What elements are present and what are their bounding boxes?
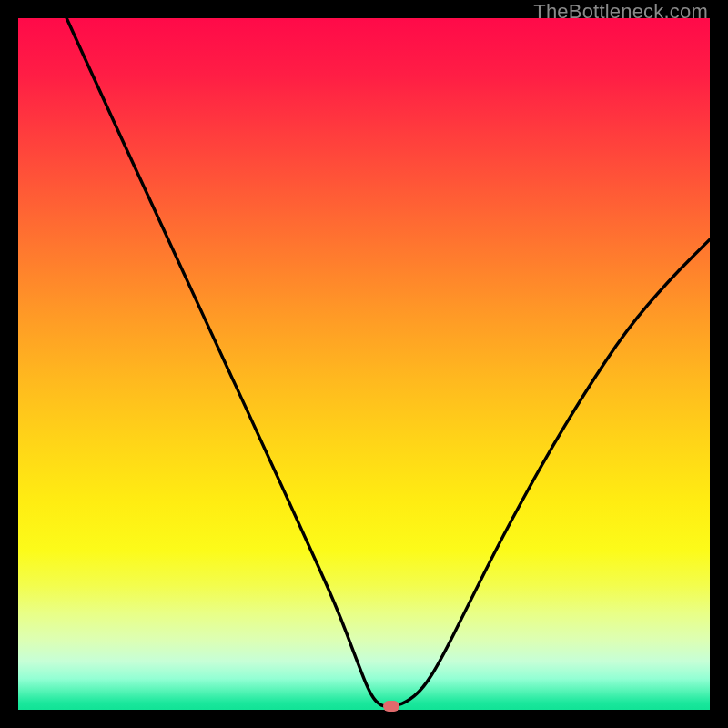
watermark-text: TheBottleneck.com xyxy=(533,0,708,24)
bottleneck-curve xyxy=(66,18,710,706)
curve-svg xyxy=(18,18,710,710)
plot-area xyxy=(18,18,710,710)
optimal-point-marker xyxy=(383,701,399,712)
chart-frame: TheBottleneck.com xyxy=(0,0,728,728)
